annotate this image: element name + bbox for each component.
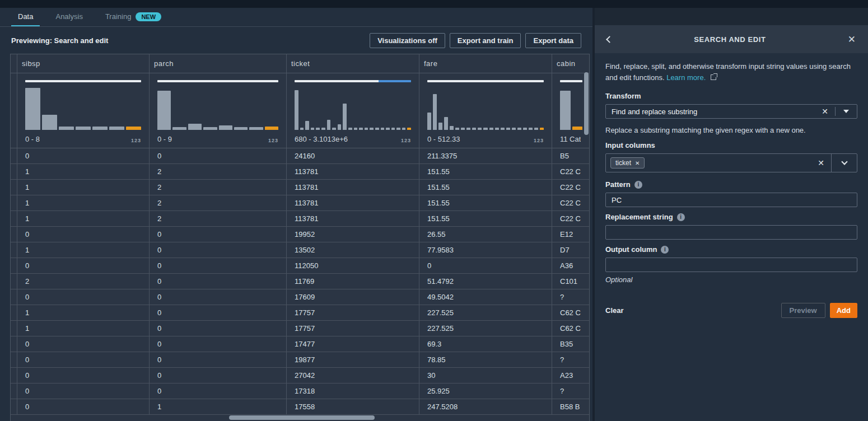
cell-sibsp: 2	[17, 274, 150, 289]
column-header-sibsp[interactable]: sibsp	[17, 54, 150, 73]
export-and-train-button[interactable]: Export and train	[450, 33, 521, 48]
output-column-input[interactable]	[605, 258, 857, 272]
cell-parch: 0	[150, 274, 287, 289]
histogram-bar	[316, 128, 320, 130]
input-columns-clear-icon[interactable]: ✕	[811, 158, 831, 167]
cell-fare: 151.55	[419, 211, 552, 226]
previewing-label: Previewing: Search and edit	[11, 36, 108, 45]
cell-fare: 77.9583	[419, 242, 552, 258]
cell-parch: 2	[150, 164, 287, 179]
horizontal-scrollbar[interactable]	[229, 415, 375, 420]
ticket-chip-label: ticket	[615, 159, 631, 167]
chevron-down-icon	[841, 158, 847, 165]
pattern-info-icon[interactable]: i	[634, 181, 642, 189]
cell-fare: 227.525	[419, 321, 552, 336]
cell-sibsp: 0	[17, 289, 150, 305]
transform-dropdown-caret-icon[interactable]	[843, 110, 849, 113]
tab-data[interactable]: Data	[11, 8, 40, 26]
vertical-scrollbar[interactable]	[584, 72, 589, 135]
tab-training[interactable]: Training NEW	[99, 8, 168, 26]
pattern-input[interactable]	[605, 193, 857, 207]
input-columns-expand-segment[interactable]	[831, 154, 857, 172]
row-gutter	[11, 399, 17, 414]
ticket-chip-remove-icon[interactable]: ✕	[635, 160, 640, 166]
cell-ticket: 24160	[287, 148, 419, 163]
row-gutter	[11, 305, 17, 320]
optional-note: Optional	[605, 275, 857, 284]
histogram-bars	[427, 88, 544, 130]
clear-button[interactable]: Clear	[605, 306, 624, 315]
description-text: Find, replace, split, and otherwise tran…	[605, 62, 851, 82]
tab-analysis[interactable]: Analysis	[49, 8, 89, 26]
column-header-ticket[interactable]: ticket	[287, 54, 419, 73]
histogram-bar	[560, 91, 571, 130]
histogram-bar	[370, 128, 374, 130]
histogram-bar	[444, 117, 448, 130]
cell-ticket: 113781	[287, 195, 419, 210]
column-header-label: sibsp	[22, 59, 40, 68]
histogram-range-label: 680 - 3.1013e+6	[295, 135, 348, 143]
output-column-info-icon[interactable]: i	[661, 246, 669, 254]
table-row: 0024160211.3375B5	[11, 148, 589, 164]
transform-label: Transform	[605, 92, 857, 100]
cell-fare: 49.5042	[419, 289, 552, 305]
column-header-label: cabin	[557, 59, 576, 68]
visualizations-off-button[interactable]: Visualizations off	[370, 33, 445, 48]
close-icon[interactable]: ✕	[848, 35, 856, 44]
cell-ticket: 17318	[287, 383, 419, 399]
output-column-label: Output column i	[605, 245, 857, 254]
table-row: 1017757227.525C62 C	[11, 305, 589, 321]
input-columns-select[interactable]: ticket ✕ ✕	[605, 153, 857, 172]
top-strip	[0, 0, 868, 8]
preview-button[interactable]: Preview	[781, 303, 825, 318]
transform-select[interactable]: Find and replace substring ✕	[605, 104, 857, 119]
histogram-bar	[375, 128, 379, 130]
histogram-bar	[427, 113, 431, 130]
cell-ticket: 113781	[287, 180, 419, 195]
histogram-bar	[338, 124, 342, 130]
cell-parch: 0	[150, 368, 287, 383]
histogram-bar	[76, 127, 91, 130]
table-header-row: sibspparchticketfarecabin	[11, 54, 589, 73]
cell-cabin: ?	[552, 289, 590, 305]
learn-more-link[interactable]: Learn more.	[666, 73, 706, 82]
row-gutter	[11, 211, 17, 226]
export-data-button[interactable]: Export data	[525, 33, 581, 48]
cell-parch: 0	[150, 148, 287, 163]
row-gutter	[11, 289, 17, 305]
table-row: 001120500A36	[11, 258, 589, 274]
replacement-info-icon[interactable]: i	[677, 213, 685, 221]
column-header-fare[interactable]: fare	[419, 54, 552, 73]
histogram-bar	[391, 128, 395, 130]
histogram-footer: 680 - 3.1013e+6123	[295, 134, 411, 143]
numeric-type-icon: 123	[131, 138, 141, 143]
histogram-bars	[157, 88, 278, 130]
valid-values-bar	[157, 80, 278, 82]
transform-clear-icon[interactable]: ✕	[815, 107, 835, 116]
histogram-bar	[172, 127, 186, 130]
histogram-sibsp: 0 - 8123	[17, 73, 150, 148]
row-gutter	[11, 352, 17, 367]
table-row: 12113781151.55C22 C	[11, 164, 589, 180]
column-header-cabin[interactable]: cabin	[552, 54, 590, 73]
histogram-footer: 0 - 512.33123	[427, 134, 544, 143]
histogram-bar	[461, 128, 465, 130]
cell-parch: 0	[150, 289, 287, 305]
valid-values-bar	[427, 80, 544, 82]
add-button[interactable]: Add	[830, 303, 857, 318]
histogram-bar	[386, 128, 390, 130]
histogram-bars	[295, 88, 411, 130]
cell-cabin: B35	[552, 336, 590, 352]
cell-cabin: C22 C	[552, 164, 590, 179]
table-row: 12113781151.55C22 C	[11, 180, 589, 195]
cell-cabin: C62 C	[552, 305, 590, 320]
output-column-label-text: Output column	[605, 245, 657, 254]
cell-fare: 25.925	[419, 383, 552, 399]
tab-bar: Data Analysis Training NEW	[0, 8, 592, 27]
histogram-bar	[234, 127, 248, 130]
replacement-input[interactable]	[605, 225, 857, 240]
cell-sibsp: 1	[17, 180, 150, 195]
column-header-parch[interactable]: parch	[150, 54, 287, 73]
histogram-bar	[396, 128, 400, 130]
cell-fare: 247.5208	[419, 399, 552, 414]
